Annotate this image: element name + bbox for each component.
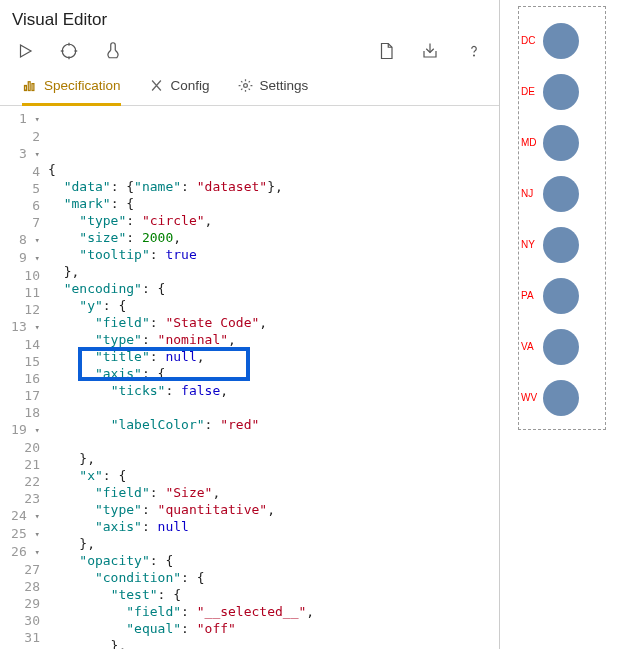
chart-row: VA: [521, 321, 603, 372]
chart-row: WV: [521, 372, 603, 423]
chart-label: NJ: [521, 188, 543, 199]
tab-spec-label: Specification: [44, 78, 121, 93]
tab-config-label: Config: [171, 78, 210, 93]
chart-label: NY: [521, 239, 543, 250]
svg-rect-7: [28, 82, 30, 91]
chart: DCDEMDNJNYPAVAWV: [518, 6, 606, 430]
chart-mark: [543, 380, 579, 416]
chart-row: PA: [521, 270, 603, 321]
chart-mark: [543, 23, 579, 59]
chart-row: MD: [521, 117, 603, 168]
chart-mark: [543, 125, 579, 161]
code-content[interactable]: { "data": {"name": "dataset"}, "mark": {…: [48, 110, 499, 649]
chart-mark: [543, 74, 579, 110]
chart-label: WV: [521, 392, 543, 403]
chart-label: VA: [521, 341, 543, 352]
tab-settings[interactable]: Settings: [238, 70, 309, 106]
chart-label: DE: [521, 86, 543, 97]
tab-config[interactable]: Config: [149, 70, 210, 106]
run-icon[interactable]: [14, 40, 36, 62]
editor-pane: Visual Editor Specification Config: [0, 0, 500, 649]
chart-row: DE: [521, 66, 603, 117]
toolbar: [0, 36, 499, 70]
chart-label: DC: [521, 35, 543, 46]
target-icon[interactable]: [58, 40, 80, 62]
chart-row: NJ: [521, 168, 603, 219]
chart-label: MD: [521, 137, 543, 148]
chart-mark: [543, 278, 579, 314]
svg-point-5: [474, 55, 475, 56]
chart-row: DC: [521, 15, 603, 66]
svg-rect-6: [25, 86, 27, 91]
code-editor[interactable]: 1 ▾2 3 ▾4 5 6 7 8 ▾9 ▾10 11 12 13 ▾14 15…: [0, 106, 499, 649]
svg-point-9: [243, 84, 247, 88]
tab-settings-label: Settings: [260, 78, 309, 93]
chart-label: PA: [521, 290, 543, 301]
chart-row: NY: [521, 219, 603, 270]
chart-mark: [543, 176, 579, 212]
svg-rect-8: [32, 84, 34, 91]
chart-mark: [543, 227, 579, 263]
tabs: Specification Config Settings: [0, 70, 499, 106]
page-title: Visual Editor: [0, 0, 499, 36]
tab-specification[interactable]: Specification: [22, 70, 121, 106]
new-file-icon[interactable]: [375, 40, 397, 62]
export-icon[interactable]: [419, 40, 441, 62]
touch-icon[interactable]: [102, 40, 124, 62]
gutter: 1 ▾2 3 ▾4 5 6 7 8 ▾9 ▾10 11 12 13 ▾14 15…: [0, 110, 48, 649]
svg-point-0: [62, 44, 76, 58]
preview-pane: DCDEMDNJNYPAVAWV: [500, 0, 631, 649]
chart-mark: [543, 329, 579, 365]
help-icon[interactable]: [463, 40, 485, 62]
